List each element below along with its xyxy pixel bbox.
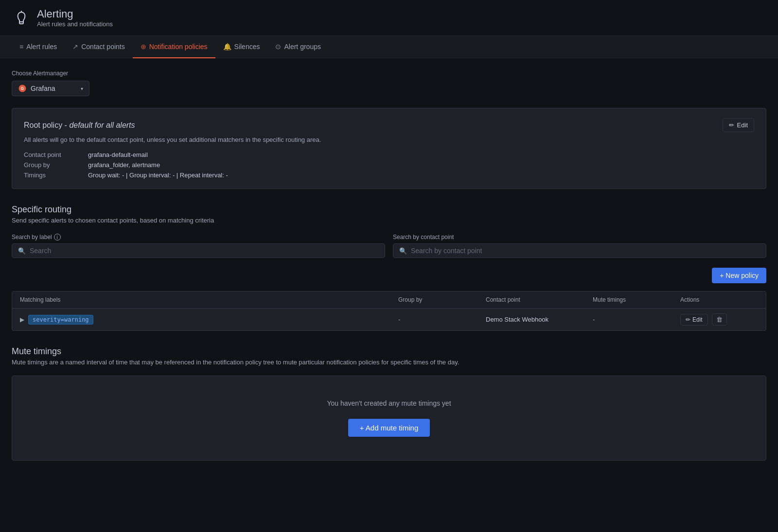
expand-chevron-icon[interactable]: ▶: [20, 316, 24, 323]
root-policy-header: Root policy - default for all alerts ✏ E…: [24, 118, 754, 132]
contact-point-value: grafana-default-email: [88, 151, 754, 158]
row-group-by: -: [398, 316, 486, 323]
group-by-value: grafana_folder, alertname: [88, 161, 754, 169]
row-mute-timings: -: [593, 316, 680, 323]
contact-points-icon: ↗: [72, 43, 78, 51]
specific-routing-title: Specific routing: [12, 205, 766, 215]
new-policy-row: + New policy: [12, 268, 766, 283]
row-expand-cell: ▶ severity=warning: [20, 315, 398, 325]
root-policy-edit-button[interactable]: ✏ Edit: [723, 118, 754, 132]
header-matching-labels: Matching labels: [20, 296, 398, 303]
specific-routing-desc: Send specific alerts to chosen contact p…: [12, 217, 766, 224]
tab-alert-groups[interactable]: ⊙ Alert groups: [267, 36, 328, 58]
app-title: Alerting: [37, 8, 113, 20]
mute-timings-title: Mute timings: [12, 346, 766, 357]
app-header: Alerting Alert rules and notifications: [0, 0, 778, 36]
add-mute-timing-button[interactable]: + Add mute timing: [348, 419, 430, 437]
header-group-by: Group by: [398, 296, 486, 303]
new-policy-button[interactable]: + New policy: [712, 268, 766, 283]
alertmanager-label: Choose Alertmanager: [12, 70, 766, 77]
specific-routing-section: Specific routing Send specific alerts to…: [12, 205, 766, 331]
tab-silences[interactable]: 🔔 Silences: [215, 36, 268, 58]
row-edit-icon: ✏: [686, 316, 690, 323]
row-actions: ✏ Edit 🗑: [680, 313, 758, 326]
search-by-label-input-wrapper[interactable]: 🔍: [12, 243, 385, 258]
search-by-contact-point-group: Search by contact point 🔍: [393, 234, 766, 258]
table-header: Matching labels Group by Contact point M…: [12, 292, 766, 309]
grafana-logo-icon: G: [18, 84, 27, 93]
app-header-text: Alerting Alert rules and notifications: [37, 8, 113, 28]
row-delete-button[interactable]: 🗑: [712, 313, 727, 326]
search-by-label-input[interactable]: [30, 247, 379, 255]
row-contact-point: Demo Stack Webhook: [486, 316, 593, 323]
root-policy-title: Root policy - default for all alerts: [24, 121, 135, 130]
mute-timings-empty-text: You haven't created any mute timings yet: [327, 399, 451, 407]
svg-text:G: G: [21, 86, 24, 91]
tab-notification-policies-label: Notification policies: [149, 43, 208, 51]
chevron-down-icon: ▾: [81, 86, 83, 91]
tab-silences-label: Silences: [234, 43, 260, 51]
alertmanager-select[interactable]: G Grafana ▾: [12, 81, 89, 96]
search-by-label-label: Search by label i: [12, 234, 385, 240]
search-by-contact-point-input[interactable]: [411, 247, 760, 255]
notification-policies-icon: ⊕: [141, 43, 146, 51]
alertmanager-selected-value: Grafana: [31, 85, 55, 92]
tab-notification-policies[interactable]: ⊕ Notification policies: [133, 36, 215, 58]
search-icon: 🔍: [18, 247, 26, 255]
group-by-label: Group by: [24, 161, 82, 169]
tab-alert-rules[interactable]: ≡ Alert rules: [12, 36, 65, 58]
alert-groups-icon: ⊙: [275, 43, 281, 51]
search-by-label-group: Search by label i 🔍: [12, 234, 385, 258]
row-edit-button[interactable]: ✏ Edit: [680, 314, 708, 326]
mute-timings-section: Mute timings Mute timings are a named in…: [12, 346, 766, 461]
search-row: Search by label i 🔍 Search by contact po…: [12, 234, 766, 258]
main-content: Choose Alertmanager G Grafana ▾ Root pol…: [0, 58, 778, 472]
table-row: ▶ severity=warning - Demo Stack Webhook …: [12, 309, 766, 330]
info-icon: i: [54, 234, 61, 240]
contact-point-label: Contact point: [24, 151, 82, 158]
alerting-icon: [12, 8, 31, 28]
search-by-contact-point-input-wrapper[interactable]: 🔍: [393, 243, 766, 258]
nav-tabs: ≡ Alert rules ↗ Contact points ⊕ Notific…: [0, 36, 778, 58]
search-contact-point-icon: 🔍: [399, 247, 407, 255]
app-subtitle: Alert rules and notifications: [37, 20, 113, 28]
tab-alert-groups-label: Alert groups: [284, 43, 320, 51]
timings-value: Group wait: - | Group interval: - | Repe…: [88, 172, 754, 179]
header-contact-point: Contact point: [486, 296, 593, 303]
timings-label: Timings: [24, 172, 82, 179]
matching-label-badge: severity=warning: [28, 315, 93, 325]
tab-alert-rules-label: Alert rules: [26, 43, 57, 51]
header-mute-timings: Mute timings: [593, 296, 680, 303]
header-actions: Actions: [680, 296, 758, 303]
edit-icon: ✏: [729, 121, 734, 129]
trash-icon: 🗑: [716, 316, 723, 323]
search-by-contact-point-label: Search by contact point: [393, 234, 766, 240]
root-policy-details: Contact point grafana-default-email Grou…: [24, 151, 754, 179]
root-policy-description: All alerts will go to the default contac…: [24, 136, 754, 143]
tab-contact-points-label: Contact points: [81, 43, 125, 51]
silences-icon: 🔔: [223, 43, 231, 51]
root-policy-card: Root policy - default for all alerts ✏ E…: [12, 108, 766, 189]
alert-rules-icon: ≡: [19, 43, 23, 51]
alertmanager-section: Choose Alertmanager G Grafana ▾: [12, 70, 766, 96]
mute-timings-desc: Mute timings are a named interval of tim…: [12, 359, 766, 366]
tab-contact-points[interactable]: ↗ Contact points: [65, 36, 133, 58]
policies-table: Matching labels Group by Contact point M…: [12, 291, 766, 331]
mute-timings-empty-state: You haven't created any mute timings yet…: [12, 376, 766, 461]
